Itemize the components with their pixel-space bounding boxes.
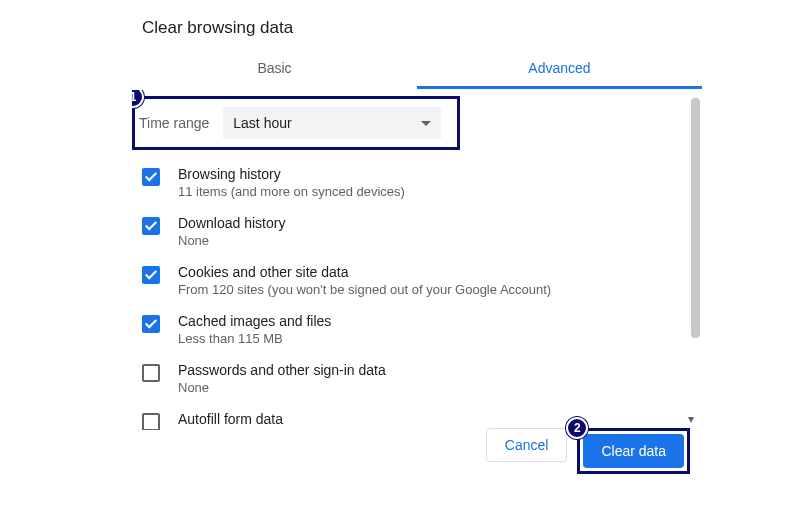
item-sub: None	[178, 380, 386, 395]
checkbox-browsing-history[interactable]	[142, 168, 160, 186]
checkbox-passwords[interactable]	[142, 364, 160, 382]
scrollbar-thumb[interactable]	[691, 98, 700, 338]
time-range-select[interactable]: Last hour	[223, 107, 441, 139]
list-item: Autofill form data	[132, 403, 684, 430]
annotation-badge-1: 1	[132, 90, 144, 108]
item-label: Cached images and files	[178, 313, 331, 329]
item-sub: Less than 115 MB	[178, 331, 331, 346]
options-list: Browsing history 11 items (and more on s…	[132, 158, 684, 430]
checkbox-cookies[interactable]	[142, 266, 160, 284]
tabs: Basic Advanced	[132, 50, 702, 90]
dialog-footer: Cancel 2 Clear data	[486, 428, 702, 474]
item-sub: 11 items (and more on synced devices)	[178, 184, 405, 199]
list-item: Passwords and other sign-in data None	[132, 354, 684, 403]
checkbox-download-history[interactable]	[142, 217, 160, 235]
list-item: Download history None	[132, 207, 684, 256]
time-range-label: Time range	[139, 115, 209, 131]
item-label: Autofill form data	[178, 411, 283, 427]
dialog-title: Clear browsing data	[132, 18, 702, 38]
time-range-row: 1 Time range Last hour	[132, 96, 460, 150]
cancel-button[interactable]: Cancel	[486, 428, 568, 462]
item-sub: None	[178, 233, 285, 248]
checkbox-cache[interactable]	[142, 315, 160, 333]
item-sub: From 120 sites (you won't be signed out …	[178, 282, 551, 297]
item-label: Passwords and other sign-in data	[178, 362, 386, 378]
time-range-value: Last hour	[233, 115, 291, 131]
tab-advanced[interactable]: Advanced	[417, 50, 702, 89]
clear-data-button[interactable]: Clear data	[583, 434, 684, 468]
item-label: Download history	[178, 215, 285, 231]
chevron-down-icon	[421, 121, 431, 126]
list-item: Cookies and other site data From 120 sit…	[132, 256, 684, 305]
scroll-area: ▾ 1 Time range Last hour Browsing histor…	[132, 90, 702, 430]
list-item: Browsing history 11 items (and more on s…	[132, 158, 684, 207]
clear-data-highlight: 2 Clear data	[577, 428, 690, 474]
tab-basic[interactable]: Basic	[132, 50, 417, 89]
item-label: Browsing history	[178, 166, 405, 182]
scroll-down-icon[interactable]: ▾	[688, 412, 702, 426]
checkbox-autofill[interactable]	[142, 413, 160, 430]
list-item: Cached images and files Less than 115 MB	[132, 305, 684, 354]
item-label: Cookies and other site data	[178, 264, 551, 280]
